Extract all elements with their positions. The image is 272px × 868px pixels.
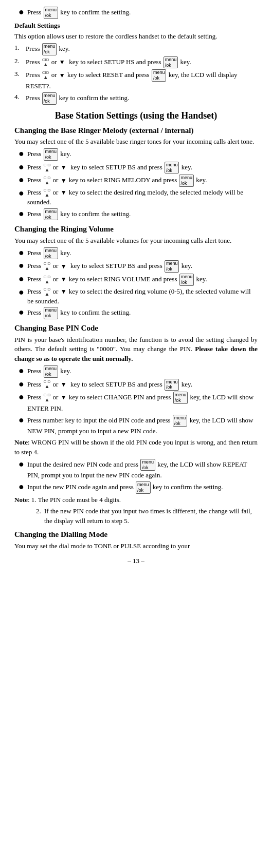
rv-bullet-2: ● Press CID▲ or ▼ key to select SETUP BS…	[14, 260, 258, 273]
menu-ok-key: menu/ok	[44, 247, 59, 260]
rv-bullets: ● Press menu/ok key. ● Press CID▲ or ▼ k…	[14, 247, 258, 319]
rv-bullet-5: ● Press menu/ok key to confirm the setti…	[14, 307, 258, 319]
menu-ok-key: menu/ok	[179, 175, 194, 187]
menu-ok-key: menu/ok	[164, 56, 178, 69]
step-2: 2. Press CID▲ or ▼ key to select SETUP H…	[14, 56, 258, 69]
pin-bullet-2: ● Press CID▲ or ▼ key to select SETUP BS…	[14, 379, 258, 391]
down-arrow-key: ▼	[59, 71, 65, 80]
brm-title: Changing the Base Ringer Melody (externa…	[14, 126, 258, 136]
pin-body: PIN is your base's identification number…	[14, 335, 258, 364]
brm-bullet-1: ● Press menu/ok key.	[14, 148, 258, 161]
pin-bullets-2: ● Input the desired new PIN code and pre…	[14, 459, 258, 494]
menu-ok-key: menu/ok	[44, 365, 59, 378]
pin-note-2-label: Note: 1. The PIN code must be 4 digits.	[14, 495, 258, 505]
down-arrow-key: ▼	[61, 380, 67, 389]
up-cid-key: CID▲	[44, 380, 51, 389]
menu-ok-key: menu/ok	[44, 7, 59, 19]
menu-ok-key: menu/ok	[44, 148, 59, 161]
default-settings-steps: 1. Press menu/ok key. 2. Press CID▲ or ▼…	[14, 43, 258, 104]
menu-ok-key: menu/ok	[152, 69, 167, 82]
down-arrow-key: ▼	[61, 287, 67, 296]
up-cid-key: CID▲	[42, 71, 49, 80]
menu-ok-key: menu/ok	[136, 481, 151, 494]
up-cid-key: CID▲	[44, 393, 51, 402]
pin-note-2-item: 2. If the new PIN code that you input tw…	[36, 507, 258, 526]
rv-body: You may select one of the 5 available vo…	[14, 236, 258, 246]
menu-ok-key: menu/ok	[179, 274, 194, 286]
menu-ok-key: menu/ok	[173, 392, 188, 404]
default-settings-title: Default Settings	[14, 21, 258, 31]
page-number: – 13 –	[14, 556, 258, 566]
dm-title: Changing the Dialling Mode	[14, 530, 258, 540]
brm-bullet-3: ● Press CID▲ or ▼ key to select RING MEL…	[14, 175, 258, 187]
menu-ok-key: menu/ok	[42, 92, 57, 105]
step-3: 3. Press CID▲ or ▼ key to select RESET a…	[14, 69, 258, 91]
down-arrow-key: ▼	[61, 262, 67, 271]
up-cid-key: CID▲	[44, 287, 51, 297]
pin-bullet-4: ● Press number key to input the old PIN …	[14, 415, 258, 436]
brm-bullets: ● Press menu/ok key. ● Press CID▲ or ▼ k…	[14, 148, 258, 220]
rv-bullet-1: ● Press menu/ok key.	[14, 247, 258, 260]
bss-title: Base Station Settings (using the Handset…	[14, 110, 258, 122]
down-arrow-key: ▼	[59, 58, 65, 67]
down-arrow-key: ▼	[61, 177, 67, 185]
pin-title: Changing Base PIN Code	[14, 323, 258, 334]
pin-bullets-1: ● Press menu/ok key. ● Press CID▲ or ▼ k…	[14, 365, 258, 436]
up-cid-key: CID▲	[44, 176, 51, 185]
brm-bullet-4: ● Press CID▲ or ▼ key to select the desi…	[14, 188, 258, 207]
rv-bullet-4: ● Press CID▲ or ▼ key to select the desi…	[14, 287, 258, 306]
intro-bullet: ● Press menu/ok key to confirm the setti…	[14, 7, 258, 19]
up-cid-key: CID▲	[44, 275, 51, 284]
up-cid-key: CID▲	[44, 188, 51, 198]
pin-body-bold: Please take down the change so as to ope…	[14, 345, 258, 362]
menu-ok-key: menu/ok	[42, 43, 57, 55]
menu-ok-key: menu/ok	[44, 208, 59, 221]
down-arrow-key: ▼	[61, 275, 67, 284]
pin-bullet-1: ● Press menu/ok key.	[14, 365, 258, 378]
menu-ok-key: menu/ok	[140, 459, 155, 471]
pin-bullet-5: ● Input the desired new PIN code and pre…	[14, 459, 258, 480]
rv-title: Changing the Ringing Volume	[14, 224, 258, 235]
menu-ok-key: menu/ok	[173, 415, 188, 427]
step-1: 1. Press menu/ok key.	[14, 43, 258, 55]
dm-body: You may set the dial mode to TONE or PUL…	[14, 542, 258, 551]
down-arrow-key: ▼	[61, 188, 67, 197]
up-cid-key: CID▲	[42, 58, 49, 67]
up-cid-key: CID▲	[44, 163, 51, 172]
default-settings-body: This option allows user to restore the c…	[14, 32, 258, 42]
pin-note-1: Note: WRONG PIN will be shown if the old…	[14, 438, 258, 457]
bullet-dot: ●	[19, 7, 24, 16]
menu-ok-key: menu/ok	[44, 307, 59, 319]
brm-bullet-2: ● Press CID▲ or ▼ key to select SETUP BS…	[14, 162, 258, 174]
down-arrow-key: ▼	[61, 163, 67, 172]
down-arrow-key: ▼	[61, 393, 67, 402]
menu-ok-key: menu/ok	[165, 379, 179, 391]
brm-bullet-5: ● Press menu/ok key to confirm the setti…	[14, 208, 258, 221]
rv-bullet-3: ● Press CID▲ or ▼ key to select RING VOL…	[14, 274, 258, 286]
brm-body: You may select one of the 5 available ba…	[14, 137, 258, 147]
step-4: 4. Press menu/ok key to confirm the sett…	[14, 92, 258, 105]
menu-ok-key: menu/ok	[165, 162, 179, 174]
up-cid-key: CID▲	[44, 262, 51, 271]
pin-bullet-3: ● Press CID▲ or ▼ key to select CHANGE P…	[14, 392, 258, 413]
pin-bullet-6: ● Input the new PIN code again and press…	[14, 481, 258, 494]
menu-ok-key: menu/ok	[165, 260, 179, 273]
